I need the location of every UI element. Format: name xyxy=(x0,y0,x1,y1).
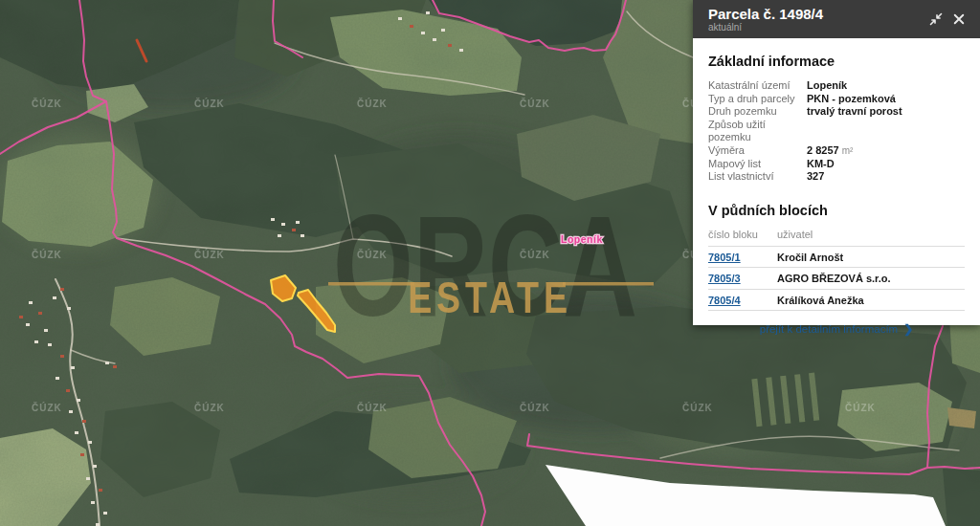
house-dot xyxy=(60,288,64,291)
tile-watermark: ČÚZK xyxy=(194,98,225,109)
chevron-right-icon: ❯ xyxy=(903,322,913,336)
panel-header: Parcela č. 1498/4 aktuální xyxy=(693,0,980,38)
info-row: Katastrální územíLopeník xyxy=(708,79,965,93)
tile-watermark: ČÚZK xyxy=(32,402,62,413)
house-dot xyxy=(80,453,84,456)
brand-watermark-left-rule xyxy=(328,282,414,286)
tile-watermark: ČÚZK xyxy=(682,402,713,413)
house-dot xyxy=(26,323,30,326)
house-dot xyxy=(53,296,56,299)
brand-watermark-top: ORCA xyxy=(333,186,637,347)
tile-watermark: ČÚZK xyxy=(32,249,62,260)
info-row: List vlastnictví327 xyxy=(708,170,965,184)
tile-watermark: ČÚZK xyxy=(357,98,388,109)
basic-info-rows: Katastrální územíLopeníkTyp a druh parce… xyxy=(708,79,965,184)
place-label: Lopeník xyxy=(561,233,603,245)
panel-subtitle: aktuální xyxy=(708,22,924,33)
tile-watermark: ČÚZK xyxy=(520,98,550,109)
info-label: Výměra xyxy=(708,144,807,158)
close-icon xyxy=(953,13,965,25)
block-user: Králíková Anežka xyxy=(777,295,864,306)
info-label: Typ a druh parcely xyxy=(708,93,807,106)
panel-body: Základní informace Katastrální územíLope… xyxy=(693,38,980,325)
house-dot xyxy=(69,410,73,413)
info-row: Mapový listKM-D xyxy=(708,158,965,171)
detail-link[interactable]: přejít k detailním informacím❯ xyxy=(708,322,965,336)
block-number-link[interactable]: 7805/3 xyxy=(708,273,741,284)
house-dot xyxy=(105,362,109,364)
info-label: Katastrální území xyxy=(708,79,807,93)
house-dot xyxy=(113,365,117,368)
house-dot xyxy=(29,301,33,304)
house-dot xyxy=(433,38,436,41)
brand-watermark: ORCA ESTATE xyxy=(328,186,654,347)
info-value: trvalý travní porost xyxy=(807,105,902,119)
house-dot xyxy=(77,399,80,402)
house-dot xyxy=(88,441,92,444)
house-dot xyxy=(19,316,23,318)
house-dot xyxy=(296,221,300,224)
basic-info-heading: Základní informace xyxy=(708,54,965,69)
house-dot xyxy=(86,477,90,480)
close-button[interactable] xyxy=(947,8,970,31)
house-dot xyxy=(301,234,304,237)
info-label: Druh pozemku xyxy=(708,105,807,119)
brand-watermark-right-rule xyxy=(563,282,654,286)
house-dot xyxy=(281,223,285,226)
parcel-info-panel: Parcela č. 1498/4 aktuální Základní info… xyxy=(693,0,980,325)
blocks-table-rows: 7805/1Kročil Arnošt7805/3AGRO BŘEZOVÁ s.… xyxy=(708,247,965,312)
info-label: Mapový list xyxy=(708,158,807,171)
info-row: Způsob užití pozemku xyxy=(708,119,965,144)
house-dot xyxy=(60,355,64,358)
info-row: Typ a druh parcelyPKN - pozemková xyxy=(708,93,965,106)
house-dot xyxy=(410,25,413,28)
house-dot xyxy=(292,229,296,231)
house-dot xyxy=(44,329,48,332)
info-value: KM-D xyxy=(807,158,835,171)
brand-watermark-bottom: ESTATE xyxy=(408,272,572,322)
house-dot xyxy=(82,420,86,423)
map-application: ČÚZKČÚZKČÚZKČÚZKČÚZKČÚZKČÚZKČÚZKČÚZKČÚZK… xyxy=(0,0,980,526)
info-row: Výměra2 8257m² xyxy=(708,144,965,158)
column-user: uživatel xyxy=(777,229,813,240)
info-value: 2 8257 xyxy=(807,144,839,158)
house-dot xyxy=(459,49,463,52)
tile-watermark: ČÚZK xyxy=(845,402,876,413)
house-dot xyxy=(103,512,107,515)
house-dot xyxy=(38,312,42,315)
block-number-link[interactable]: 7805/4 xyxy=(708,295,741,306)
house-dot xyxy=(71,366,75,369)
info-value: 327 xyxy=(807,170,824,184)
info-value: PKN - pozemková xyxy=(807,93,896,106)
tile-watermark: ČÚZK xyxy=(194,249,225,260)
blocks-heading: V půdních blocích xyxy=(708,203,965,218)
house-dot xyxy=(421,32,425,34)
house-dot xyxy=(426,11,430,14)
block-number-link[interactable]: 7805/1 xyxy=(708,252,741,263)
collapse-icon xyxy=(929,12,943,26)
block-row: 7805/4Králíková Anežka xyxy=(708,290,965,312)
blocks-table-header: číslo bloku uživatel xyxy=(708,229,965,247)
house-dot xyxy=(66,389,70,392)
tile-watermark: ČÚZK xyxy=(32,98,62,109)
info-unit: m² xyxy=(842,144,854,158)
info-label: Způsob užití pozemku xyxy=(708,119,807,144)
tile-watermark: ČÚZK xyxy=(357,402,388,413)
house-dot xyxy=(99,489,102,492)
house-dot xyxy=(56,377,59,380)
block-user: AGRO BŘEZOVÁ s.r.o. xyxy=(777,273,891,284)
house-dot xyxy=(91,501,95,504)
tile-watermark: ČÚZK xyxy=(194,402,225,413)
house-dot xyxy=(48,343,52,346)
house-dot xyxy=(398,17,402,20)
house-dot xyxy=(67,307,71,310)
collapse-button[interactable] xyxy=(924,8,947,31)
house-dot xyxy=(441,29,445,32)
house-dot xyxy=(271,218,275,221)
column-block-number: číslo bloku xyxy=(708,229,777,240)
block-user: Kročil Arnošt xyxy=(777,252,843,263)
panel-title: Parcela č. 1498/4 xyxy=(708,6,924,22)
info-row: Druh pozemkutrvalý travní porost xyxy=(708,105,965,119)
info-value: Lopeník xyxy=(807,79,847,93)
house-dot xyxy=(34,340,38,343)
